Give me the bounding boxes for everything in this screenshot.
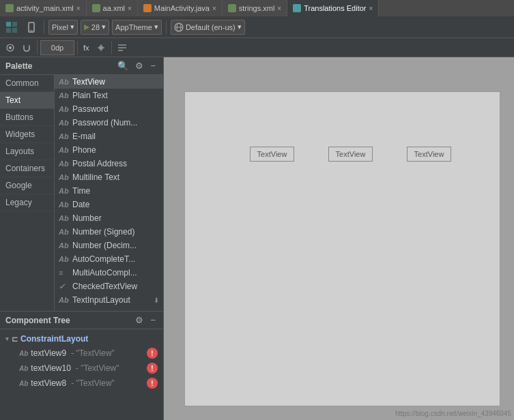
number-icon: Ab	[59, 214, 70, 222]
locale-dropdown[interactable]: Default (en-us) ▾	[171, 20, 245, 35]
tree-settings-btn[interactable]: ⚙	[133, 314, 145, 326]
tab-aa-xml-label: aa.xml	[103, 4, 125, 12]
palette-items-list: Ab TextView Ab Plain Text Ab Password Ab…	[55, 75, 163, 311]
textview10-name: textView10	[31, 363, 70, 373]
svg-rect-2	[6, 28, 11, 33]
palette-header: Palette 🔍 ⚙ −	[0, 57, 163, 75]
palette-categories: Common Text Buttons Widgets Layouts Cont…	[0, 75, 55, 311]
toolbar-sep-2	[166, 20, 167, 34]
category-layouts[interactable]: Layouts	[0, 143, 54, 160]
device-dropdown-arrow: ▾	[70, 22, 74, 31]
palette-item-plain-text[interactable]: Ab Plain Text	[55, 89, 163, 102]
textview8-name: textView8	[31, 378, 66, 388]
multiauto-icon: ≡	[59, 269, 70, 277]
design-canvas[interactable]: TextView TextView TextView https://blog.…	[164, 57, 514, 420]
category-buttons[interactable]: Buttons	[0, 109, 54, 126]
fx-btn[interactable]: fx	[81, 42, 92, 53]
fx-label: fx	[83, 44, 89, 52]
orientation-btn[interactable]	[23, 20, 40, 34]
locale-label: Default (en-us)	[186, 23, 235, 31]
tree-item-constraint-layout[interactable]: ▾ ⊏ ConstraintLayout	[0, 332, 163, 346]
palette-search-btn[interactable]: 🔍	[115, 60, 130, 72]
canvas-textview3[interactable]: TextView	[407, 147, 451, 162]
textview8-icon: Ab	[19, 380, 28, 387]
canvas-textview1[interactable]: TextView	[250, 147, 294, 162]
textview10-error-icon: !	[147, 363, 158, 374]
download-icon: ⬇	[154, 297, 159, 304]
palette-item-textinput[interactable]: Ab TextInputLayout ⬇	[55, 293, 163, 307]
tree-item-textview10[interactable]: Ab textView10 - "TextView" !	[0, 361, 163, 376]
main-toolbar: Pixel ▾ ▶ 28 ▾ AppTheme ▾ Default (en-us…	[0, 16, 514, 38]
svg-rect-1	[12, 22, 17, 27]
palette-item-time[interactable]: Ab Time	[55, 184, 163, 198]
palette-item-textview[interactable]: Ab TextView	[55, 75, 163, 89]
category-containers[interactable]: Containers	[0, 160, 54, 177]
palette-item-number[interactable]: Ab Number	[55, 211, 163, 225]
plain-text-label: Plain Text	[72, 91, 108, 100]
palette-item-number-decimal[interactable]: Ab Number (Decim...	[55, 239, 163, 252]
tab-main-activity[interactable]: MainActivity.java ×	[138, 0, 223, 16]
category-text[interactable]: Text	[0, 92, 54, 109]
tab-aa-xml[interactable]: aa.xml ×	[87, 0, 138, 16]
select-mode-btn[interactable]	[3, 42, 18, 54]
constraint-btn[interactable]	[94, 42, 109, 54]
tab-aa-xml-close[interactable]: ×	[128, 5, 132, 12]
palette-item-number-signed[interactable]: Ab Number (Signed)	[55, 225, 163, 239]
palette-item-autocomplete[interactable]: Ab AutoCompleteT...	[55, 252, 163, 266]
toolbar2-sep-1	[37, 41, 38, 55]
canvas-textview2[interactable]: TextView	[328, 147, 373, 162]
phone-label: Phone	[72, 145, 96, 155]
tab-main-activity-close[interactable]: ×	[212, 5, 216, 12]
palette-settings-btn[interactable]: ⚙	[133, 60, 145, 72]
constraint-layout-label: ConstraintLayout	[20, 334, 88, 344]
main-activity-icon	[143, 4, 152, 12]
tree-minimize-btn[interactable]: −	[148, 314, 158, 326]
constraint-layout-arrow: ▾	[5, 335, 9, 342]
palette-item-multiline[interactable]: Ab Multiline Text	[55, 170, 163, 184]
palette-item-phone[interactable]: Ab Phone	[55, 143, 163, 157]
layout-toggle-btn[interactable]	[3, 20, 20, 35]
tab-translations-editor[interactable]: Translations Editor ×	[287, 0, 379, 16]
palette-item-password-num[interactable]: Ab Password (Num...	[55, 116, 163, 130]
magnet-btn[interactable]	[19, 42, 34, 54]
dp-input[interactable]	[40, 40, 74, 55]
textview8-detail: - "TextView"	[71, 378, 115, 388]
autocomplete-label: AutoCompleteT...	[72, 254, 135, 264]
constraint-icon	[96, 43, 106, 52]
category-widgets[interactable]: Widgets	[0, 126, 54, 143]
palette-minimize-btn[interactable]: −	[148, 60, 158, 72]
device-dropdown[interactable]: Pixel ▾	[48, 20, 78, 35]
time-label: Time	[72, 186, 90, 196]
align-btn[interactable]	[115, 42, 130, 54]
api-dropdown[interactable]: ▶ 28 ▾	[81, 20, 109, 35]
palette-item-checkedtv[interactable]: ✓ CheckedTextView	[55, 280, 163, 293]
textview9-icon: Ab	[19, 350, 28, 357]
svg-rect-3	[12, 28, 17, 33]
phone-icon	[26, 22, 37, 33]
tab-strings-xml[interactable]: strings.xml ×	[223, 0, 287, 16]
palette-item-password[interactable]: Ab Password	[55, 102, 163, 116]
tab-strings-xml-close[interactable]: ×	[277, 5, 281, 12]
palette-item-date[interactable]: Ab Date	[55, 198, 163, 211]
tab-translations-editor-close[interactable]: ×	[369, 5, 373, 12]
theme-dropdown[interactable]: AppTheme ▾	[112, 20, 162, 35]
category-legacy[interactable]: Legacy	[0, 194, 54, 211]
category-google[interactable]: Google	[0, 177, 54, 194]
textview-icon: Ab	[59, 78, 70, 86]
tree-item-textview8[interactable]: Ab textView8 - "TextView" !	[0, 376, 163, 391]
category-common[interactable]: Common	[0, 75, 54, 92]
tab-activity-main-close[interactable]: ×	[76, 5, 81, 12]
tree-item-textview9[interactable]: Ab textView9 - "TextView" !	[0, 346, 163, 361]
multiauto-label: MultiAutoCompl...	[72, 268, 137, 278]
password-icon: Ab	[59, 105, 70, 113]
number-signed-icon: Ab	[59, 228, 70, 236]
canvas-watermark: https://blog.csdn.net/weixin_43946045	[395, 410, 511, 417]
multiline-label: Multiline Text	[72, 172, 119, 182]
palette-content: Common Text Buttons Widgets Layouts Cont…	[0, 75, 163, 311]
tab-activity-main[interactable]: activity_main.xml ×	[0, 0, 87, 16]
palette-item-email[interactable]: Ab E-mail	[55, 130, 163, 143]
toolbar2-sep-2	[77, 41, 78, 55]
textview10-icon: Ab	[19, 365, 28, 372]
palette-item-multiauto[interactable]: ≡ MultiAutoCompl...	[55, 266, 163, 280]
palette-item-postal[interactable]: Ab Postal Address	[55, 157, 163, 170]
